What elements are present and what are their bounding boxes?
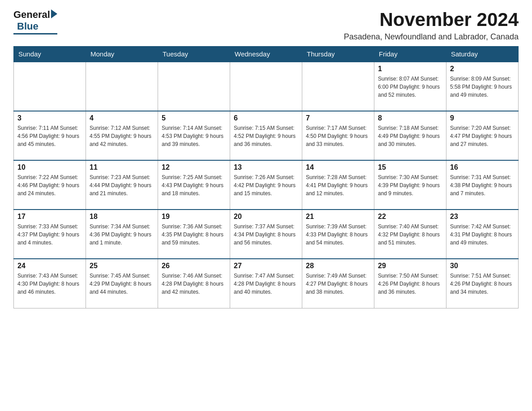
day-info: Sunrise: 7:33 AM Sunset: 4:37 PM Dayligh…: [17, 223, 82, 247]
logo-general-text: General: [13, 9, 50, 21]
calendar-cell: 19Sunrise: 7:36 AM Sunset: 4:35 PM Dayli…: [158, 210, 230, 259]
day-info: Sunrise: 7:18 AM Sunset: 4:49 PM Dayligh…: [378, 124, 442, 148]
page-header: General Blue November 2024 Pasadena, New…: [13, 9, 519, 42]
title-area: November 2024 Pasadena, Newfoundland and…: [344, 9, 519, 42]
calendar-cell: 10Sunrise: 7:22 AM Sunset: 4:46 PM Dayli…: [14, 160, 86, 210]
day-info: Sunrise: 7:11 AM Sunset: 4:56 PM Dayligh…: [17, 124, 82, 148]
day-info: Sunrise: 7:26 AM Sunset: 4:42 PM Dayligh…: [234, 173, 298, 197]
calendar-cell: 26Sunrise: 7:46 AM Sunset: 4:28 PM Dayli…: [158, 259, 230, 308]
day-info: Sunrise: 7:50 AM Sunset: 4:26 PM Dayligh…: [378, 272, 442, 296]
day-info: Sunrise: 7:39 AM Sunset: 4:33 PM Dayligh…: [306, 223, 370, 247]
calendar-cell: 16Sunrise: 7:31 AM Sunset: 4:38 PM Dayli…: [446, 160, 519, 210]
day-info: Sunrise: 7:22 AM Sunset: 4:46 PM Dayligh…: [17, 173, 82, 197]
day-number: 11: [90, 163, 154, 171]
calendar-cell: 22Sunrise: 7:40 AM Sunset: 4:32 PM Dayli…: [374, 210, 446, 259]
logo-blue-text: Blue: [17, 21, 39, 32]
calendar-cell: 6Sunrise: 7:15 AM Sunset: 4:52 PM Daylig…: [230, 111, 302, 160]
day-info: Sunrise: 7:25 AM Sunset: 4:43 PM Dayligh…: [162, 173, 226, 197]
calendar-week-row: 3Sunrise: 7:11 AM Sunset: 4:56 PM Daylig…: [14, 111, 519, 160]
calendar-cell: 21Sunrise: 7:39 AM Sunset: 4:33 PM Dayli…: [302, 210, 374, 259]
day-number: 2: [450, 65, 515, 73]
day-number: 23: [450, 213, 515, 221]
day-number: 8: [378, 114, 442, 122]
day-number: 30: [450, 262, 515, 270]
day-info: Sunrise: 7:12 AM Sunset: 4:55 PM Dayligh…: [90, 124, 154, 148]
day-number: 20: [234, 213, 298, 221]
day-number: 12: [162, 163, 226, 171]
day-number: 24: [17, 262, 82, 270]
calendar-header-saturday: Saturday: [446, 47, 519, 62]
day-info: Sunrise: 7:45 AM Sunset: 4:29 PM Dayligh…: [90, 272, 154, 296]
day-number: 13: [234, 163, 298, 171]
calendar-week-row: 1Sunrise: 8:07 AM Sunset: 6:00 PM Daylig…: [14, 62, 519, 111]
day-info: Sunrise: 7:31 AM Sunset: 4:38 PM Dayligh…: [450, 173, 515, 197]
day-number: 27: [234, 262, 298, 270]
calendar-cell: [14, 62, 86, 111]
day-number: 5: [162, 114, 226, 122]
day-info: Sunrise: 7:37 AM Sunset: 4:34 PM Dayligh…: [234, 223, 298, 247]
calendar-cell: [86, 62, 158, 111]
day-number: 21: [306, 213, 370, 221]
calendar-cell: 14Sunrise: 7:28 AM Sunset: 4:41 PM Dayli…: [302, 160, 374, 210]
day-number: 4: [90, 114, 154, 122]
calendar-cell: 15Sunrise: 7:30 AM Sunset: 4:39 PM Dayli…: [374, 160, 446, 210]
calendar-header-sunday: Sunday: [14, 47, 86, 62]
calendar-header-friday: Friday: [374, 47, 446, 62]
calendar-week-row: 10Sunrise: 7:22 AM Sunset: 4:46 PM Dayli…: [14, 160, 519, 210]
day-number: 15: [378, 163, 442, 171]
calendar-cell: 20Sunrise: 7:37 AM Sunset: 4:34 PM Dayli…: [230, 210, 302, 259]
day-number: 7: [306, 114, 370, 122]
calendar-cell: 4Sunrise: 7:12 AM Sunset: 4:55 PM Daylig…: [86, 111, 158, 160]
calendar-header-wednesday: Wednesday: [230, 47, 302, 62]
day-number: 26: [162, 262, 226, 270]
day-number: 14: [306, 163, 370, 171]
day-info: Sunrise: 7:17 AM Sunset: 4:50 PM Dayligh…: [306, 124, 370, 148]
calendar-cell: [158, 62, 230, 111]
day-info: Sunrise: 7:20 AM Sunset: 4:47 PM Dayligh…: [450, 124, 515, 148]
day-info: Sunrise: 7:51 AM Sunset: 4:26 PM Dayligh…: [450, 272, 515, 296]
calendar-cell: 28Sunrise: 7:49 AM Sunset: 4:27 PM Dayli…: [302, 259, 374, 308]
calendar-table: SundayMondayTuesdayWednesdayThursdayFrid…: [13, 46, 519, 308]
day-info: Sunrise: 7:30 AM Sunset: 4:39 PM Dayligh…: [378, 173, 442, 197]
day-info: Sunrise: 7:36 AM Sunset: 4:35 PM Dayligh…: [162, 223, 226, 247]
calendar-cell: 13Sunrise: 7:26 AM Sunset: 4:42 PM Dayli…: [230, 160, 302, 210]
calendar-cell: 27Sunrise: 7:47 AM Sunset: 4:28 PM Dayli…: [230, 259, 302, 308]
calendar-cell: 11Sunrise: 7:23 AM Sunset: 4:44 PM Dayli…: [86, 160, 158, 210]
day-number: 25: [90, 262, 154, 270]
calendar-cell: 24Sunrise: 7:43 AM Sunset: 4:30 PM Dayli…: [14, 259, 86, 308]
calendar-cell: 3Sunrise: 7:11 AM Sunset: 4:56 PM Daylig…: [14, 111, 86, 160]
calendar-cell: 8Sunrise: 7:18 AM Sunset: 4:49 PM Daylig…: [374, 111, 446, 160]
day-info: Sunrise: 7:40 AM Sunset: 4:32 PM Dayligh…: [378, 223, 442, 247]
calendar-header-monday: Monday: [86, 47, 158, 62]
day-number: 9: [450, 114, 515, 122]
calendar-cell: 23Sunrise: 7:42 AM Sunset: 4:31 PM Dayli…: [446, 210, 519, 259]
day-number: 6: [234, 114, 298, 122]
calendar-cell: 5Sunrise: 7:14 AM Sunset: 4:53 PM Daylig…: [158, 111, 230, 160]
day-info: Sunrise: 7:34 AM Sunset: 4:36 PM Dayligh…: [90, 223, 154, 247]
calendar-cell: 7Sunrise: 7:17 AM Sunset: 4:50 PM Daylig…: [302, 111, 374, 160]
logo: General Blue: [13, 9, 57, 34]
day-number: 29: [378, 262, 442, 270]
calendar-cell: 9Sunrise: 7:20 AM Sunset: 4:47 PM Daylig…: [446, 111, 519, 160]
day-info: Sunrise: 8:09 AM Sunset: 5:58 PM Dayligh…: [450, 75, 515, 99]
calendar-header-row: SundayMondayTuesdayWednesdayThursdayFrid…: [14, 47, 519, 62]
calendar-cell: 2Sunrise: 8:09 AM Sunset: 5:58 PM Daylig…: [446, 62, 519, 111]
location-title: Pasadena, Newfoundland and Labrador, Can…: [344, 32, 519, 42]
day-number: 16: [450, 163, 515, 171]
calendar-cell: 1Sunrise: 8:07 AM Sunset: 6:00 PM Daylig…: [374, 62, 446, 111]
day-number: 19: [162, 213, 226, 221]
day-info: Sunrise: 7:23 AM Sunset: 4:44 PM Dayligh…: [90, 173, 154, 197]
day-info: Sunrise: 7:14 AM Sunset: 4:53 PM Dayligh…: [162, 124, 226, 148]
calendar-header-tuesday: Tuesday: [158, 47, 230, 62]
day-info: Sunrise: 7:42 AM Sunset: 4:31 PM Dayligh…: [450, 223, 515, 247]
calendar-cell: [230, 62, 302, 111]
day-number: 18: [90, 213, 154, 221]
calendar-cell: 12Sunrise: 7:25 AM Sunset: 4:43 PM Dayli…: [158, 160, 230, 210]
day-info: Sunrise: 7:49 AM Sunset: 4:27 PM Dayligh…: [306, 272, 370, 296]
logo-underline: [13, 33, 57, 34]
logo-arrow-icon: [51, 9, 57, 18]
calendar-cell: 29Sunrise: 7:50 AM Sunset: 4:26 PM Dayli…: [374, 259, 446, 308]
calendar-cell: 17Sunrise: 7:33 AM Sunset: 4:37 PM Dayli…: [14, 210, 86, 259]
calendar-week-row: 17Sunrise: 7:33 AM Sunset: 4:37 PM Dayli…: [14, 210, 519, 259]
day-number: 22: [378, 213, 442, 221]
